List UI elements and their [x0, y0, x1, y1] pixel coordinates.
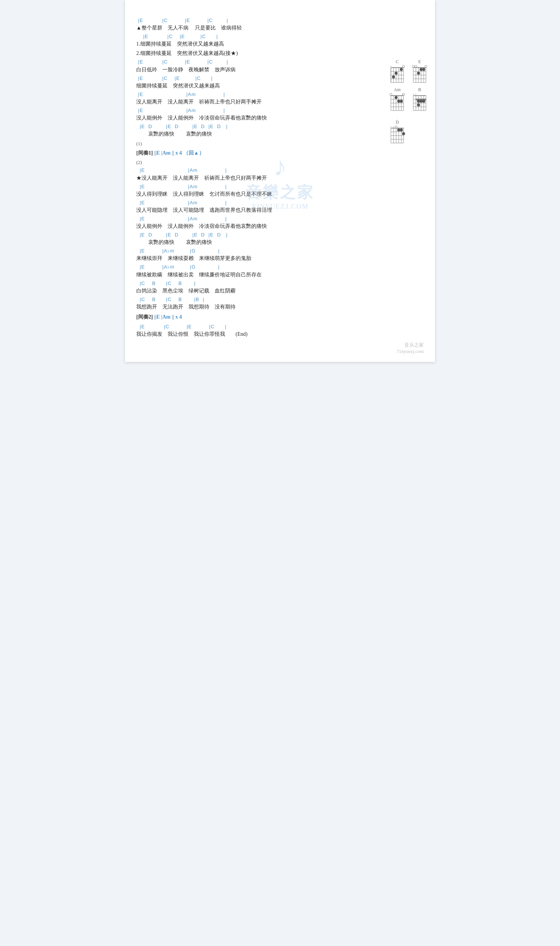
- section-verse1_chords3: |E |C |E |C |: [136, 59, 379, 65]
- section-outro_chords1: |E |C |E |C |: [136, 324, 379, 330]
- section-interlude2: [间奏2] ||E |Am || x 4: [136, 314, 379, 320]
- section-verse1_lyric1: ▲整个星群 无人不病 只是要比 谁病得轻: [136, 24, 379, 32]
- chord-name-C: C: [396, 59, 399, 65]
- svg-point-28: [420, 68, 423, 71]
- svg-point-80: [397, 128, 400, 131]
- svg-point-45: [395, 96, 398, 99]
- svg-text:x: x: [390, 65, 392, 68]
- svg-rect-66: [415, 99, 426, 100]
- svg-point-65: [417, 103, 420, 106]
- chord-name-Am: Am: [394, 87, 401, 92]
- section-bridge_lyric2: 继续被欺瞒 继续被出卖 继续廉价地证明自己所存在: [136, 271, 379, 279]
- svg-text:x: x: [415, 92, 417, 96]
- section-verse1_lyric2b: 2.细菌持续蔓延 突然潜伏又越来越高(接★): [136, 49, 379, 57]
- svg-text:x: x: [390, 125, 392, 128]
- footer-watermark: 音乐之家71nyuezj.com: [136, 342, 424, 354]
- section-verse1_chords4: |E |C |E |C |: [136, 75, 379, 82]
- section-chorus_lyric3: 哀艷的痛快 哀艷的痛快: [136, 130, 379, 138]
- section-verse2_lyric1: ★没人能离开 没人能离开 祈祷而上帝也只好两手摊开: [136, 174, 379, 182]
- intro-section: [136, 11, 424, 14]
- chord-name-E: E: [418, 59, 421, 65]
- section-verse1_lyric4: 细菌持续蔓延 突然潜伏又越来越高: [136, 82, 379, 89]
- section-verse1_lyric2a: 1.细菌持续蔓延 突然潜伏又越来越高: [136, 40, 379, 48]
- section-paren1: (1): [136, 141, 379, 147]
- section-chorus_lyric2: 没人能例外 没人能例外 冷淡宿命玩弄着他哀艷的痛快: [136, 114, 379, 122]
- section-chorus_chords1: |E |Am |: [136, 91, 379, 98]
- chord-diagram-B: B: [411, 87, 428, 112]
- main-content: |E |C |E |C |▲整个星群 无人不病 只是要比 谁病得轻 |E |C …: [136, 17, 379, 338]
- svg-point-81: [400, 128, 403, 131]
- section-chorus_lyric1: 没人能离开 没人能离开 祈祷而上帝也只好两手摊开: [136, 98, 379, 106]
- section-verse1_lyric3: 白日低吟 一脸冷静 夜晚解禁 放声诉病: [136, 66, 379, 74]
- section-bridge_chords4: |C B |C B |B |: [136, 296, 379, 303]
- section-verse2_chords4: |E |Am |: [136, 216, 379, 222]
- section-verse2_lyric4: 没人能例外 没人能例外 冷淡宿命玩弄着他哀艷的痛快: [136, 222, 379, 230]
- chord-diagram-E: E: [411, 59, 428, 84]
- section-chorus_chords2: |E |Am |: [136, 107, 379, 114]
- section-bridge_chords3: |C B |C B |: [136, 280, 379, 287]
- chord-diagram-Am: Am: [389, 87, 406, 112]
- chord-diagram-D: . D: [389, 115, 406, 145]
- section-verse2_lyric2: 没人得到理眯 没人得到理眯 乞讨而所有也只是不理不眯: [136, 190, 379, 198]
- svg-point-29: [422, 68, 425, 71]
- svg-point-82: [402, 132, 405, 135]
- page: C: [125, 0, 435, 362]
- svg-point-14: [392, 75, 395, 79]
- section-bridge_lyric1: 来继续崇拜 来继续耍赖 来继续萌芽更多的鬼胎: [136, 254, 379, 262]
- chord-diagrams-area: C: [389, 59, 428, 145]
- section-verse2_lyric3: 没人可能隐埋 没人可能隐埋 逃跑而世界也只教落得活埋: [136, 206, 379, 214]
- svg-point-13: [395, 72, 398, 75]
- chord-diagram-C: C: [389, 59, 406, 84]
- section-outro_lyric1: 我让你揭发 我让你恨 我让你罪怪我 (End): [136, 330, 379, 338]
- svg-point-12: [400, 68, 403, 71]
- section-paren2: (2): [136, 159, 379, 165]
- chord-name-B: B: [418, 87, 421, 92]
- section-verse2_lyric5: 哀艷的痛快 哀艷的痛快: [136, 238, 379, 246]
- section-verse1_chords2: |E |C |E |C |: [136, 33, 379, 40]
- section-chorus_chords3: |E D |E D |E D |E D |: [136, 123, 379, 130]
- chord-name-D: D: [396, 120, 399, 125]
- section-bridge_chords1: |E |A♭m |G |: [136, 248, 379, 254]
- section-bridge_lyric3: 白鸽沾染 黑色尘埃 绿树记载 血红阴霾: [136, 287, 379, 295]
- section-interlude1: [间奏1] ||E |Am || x 4 （回▲）: [136, 150, 379, 157]
- svg-text:x: x: [402, 92, 403, 96]
- svg-text:x: x: [393, 125, 394, 128]
- section-bridge_chords2: |E |A♭m |G |: [136, 263, 379, 270]
- svg-point-47: [400, 100, 403, 103]
- section-verse1_chords1: |E |C |E |C |: [136, 17, 379, 24]
- chord-fret-label: .: [397, 115, 398, 120]
- section-verse2_chords3: |E |Am |: [136, 199, 379, 206]
- section-verse2_chords1: |E |Am |: [136, 167, 379, 174]
- section-verse2_chords5: |E D |E D |E D |E D |: [136, 231, 379, 238]
- section-verse2_chords2: |E |Am |: [136, 183, 379, 190]
- svg-point-46: [397, 100, 400, 103]
- section-bridge_lyric4: 我想跑开 无法跑开 我想期待 没有期待: [136, 303, 379, 311]
- svg-point-30: [417, 72, 420, 75]
- svg-text:x: x: [412, 92, 414, 96]
